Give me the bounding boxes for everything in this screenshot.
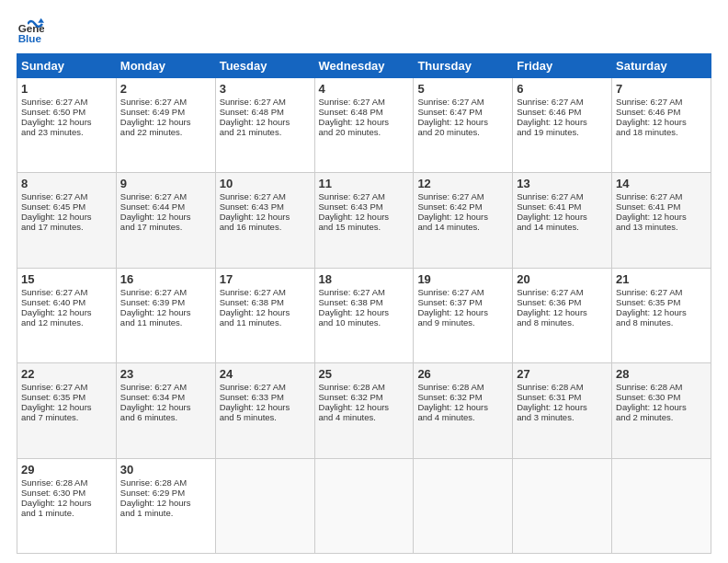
cell-text: Daylight: 12 hours — [21, 117, 112, 127]
day-number: 29 — [21, 463, 112, 477]
cell-text: Sunset: 6:47 PM — [417, 107, 508, 117]
cell-text: Sunset: 6:35 PM — [616, 297, 707, 307]
cell-text: Sunrise: 6:27 AM — [616, 97, 707, 107]
logo-wave-icon — [28, 16, 44, 32]
cell-text: Sunset: 6:46 PM — [616, 107, 707, 117]
day-number: 26 — [417, 367, 508, 381]
calendar-cell: 20Sunrise: 6:27 AMSunset: 6:36 PMDayligh… — [513, 268, 612, 362]
calendar-week-5: 29Sunrise: 6:28 AMSunset: 6:30 PMDayligh… — [17, 458, 711, 553]
cell-text: Sunset: 6:43 PM — [220, 201, 311, 212]
cell-text: and 20 minutes. — [319, 127, 410, 137]
cell-text: Sunrise: 6:27 AM — [319, 191, 410, 201]
cell-text: and 22 minutes. — [120, 127, 211, 137]
cell-text: Daylight: 12 hours — [417, 117, 508, 127]
cell-text: and 20 minutes. — [417, 127, 508, 137]
calendar-cell: 14Sunrise: 6:27 AMSunset: 6:41 PMDayligh… — [612, 173, 711, 268]
day-number: 13 — [517, 177, 608, 190]
cell-text: and 1 minute. — [21, 508, 112, 518]
cell-text: Daylight: 12 hours — [517, 402, 608, 412]
calendar-cell: 1Sunrise: 6:27 AMSunset: 6:50 PMDaylight… — [17, 78, 117, 173]
cell-text: Sunrise: 6:27 AM — [517, 97, 608, 107]
calendar-cell: 5Sunrise: 6:27 AMSunset: 6:47 PMDaylight… — [414, 78, 513, 173]
cell-text: Sunrise: 6:27 AM — [120, 382, 211, 392]
cell-text: and 2 minutes. — [616, 412, 707, 422]
cell-text: Daylight: 12 hours — [417, 402, 508, 412]
cell-text: and 16 minutes. — [220, 222, 311, 232]
day-number: 24 — [220, 367, 311, 381]
cell-text: Sunset: 6:32 PM — [417, 392, 508, 402]
calendar-week-2: 8Sunrise: 6:27 AMSunset: 6:45 PMDaylight… — [17, 173, 711, 268]
cell-text: Daylight: 12 hours — [616, 402, 707, 412]
cell-text: Sunset: 6:45 PM — [21, 201, 112, 212]
cell-text: Sunset: 6:37 PM — [417, 297, 508, 307]
cell-text: and 11 minutes. — [120, 317, 211, 327]
cell-text: and 23 minutes. — [21, 127, 112, 137]
calendar-cell — [215, 458, 314, 553]
day-number: 28 — [616, 367, 707, 381]
cell-text: Daylight: 12 hours — [21, 307, 112, 317]
cell-text: and 11 minutes. — [220, 317, 311, 327]
cell-text: Sunrise: 6:27 AM — [417, 191, 508, 201]
day-number: 11 — [319, 177, 410, 190]
calendar-week-4: 22Sunrise: 6:27 AMSunset: 6:35 PMDayligh… — [17, 363, 711, 458]
cell-text: Daylight: 12 hours — [616, 307, 707, 317]
calendar-cell: 11Sunrise: 6:27 AMSunset: 6:43 PMDayligh… — [314, 173, 414, 268]
cell-text: Daylight: 12 hours — [120, 402, 211, 412]
cell-text: Daylight: 12 hours — [220, 307, 311, 317]
cell-text: Sunset: 6:50 PM — [21, 107, 112, 117]
cell-text: and 14 minutes. — [417, 222, 508, 232]
day-number: 23 — [120, 367, 211, 381]
cell-text: and 13 minutes. — [616, 222, 707, 232]
logo: General Blue — [17, 17, 44, 44]
cell-text: Daylight: 12 hours — [120, 117, 211, 127]
cell-text: and 14 minutes. — [517, 222, 608, 232]
weekday-header-saturday: Saturday — [612, 54, 711, 78]
cell-text: Sunset: 6:41 PM — [616, 201, 707, 212]
cell-text: Daylight: 12 hours — [319, 117, 410, 127]
cell-text: Sunset: 6:38 PM — [319, 297, 410, 307]
day-number: 22 — [21, 367, 112, 381]
calendar-cell: 23Sunrise: 6:27 AMSunset: 6:34 PMDayligh… — [116, 363, 215, 458]
cell-text: Sunrise: 6:27 AM — [21, 287, 112, 297]
weekday-header-tuesday: Tuesday — [215, 54, 314, 78]
cell-text: Daylight: 12 hours — [417, 307, 508, 317]
day-number: 7 — [616, 82, 707, 96]
cell-text: Sunset: 6:48 PM — [220, 107, 311, 117]
cell-text: Sunset: 6:33 PM — [220, 392, 311, 402]
day-number: 30 — [120, 463, 211, 477]
day-number: 25 — [319, 367, 410, 381]
cell-text: Sunrise: 6:27 AM — [517, 287, 608, 297]
cell-text: Sunset: 6:46 PM — [517, 107, 608, 117]
calendar-cell: 24Sunrise: 6:27 AMSunset: 6:33 PMDayligh… — [215, 363, 314, 458]
cell-text: Sunrise: 6:27 AM — [616, 287, 707, 297]
cell-text: and 17 minutes. — [120, 222, 211, 232]
day-number: 27 — [517, 367, 608, 381]
cell-text: Sunrise: 6:27 AM — [319, 287, 410, 297]
day-number: 16 — [120, 272, 211, 286]
cell-text: Sunset: 6:41 PM — [517, 201, 608, 212]
page: General Blue SundayMondayTuesdayWednesda… — [0, 0, 728, 563]
calendar-cell: 12Sunrise: 6:27 AMSunset: 6:42 PMDayligh… — [414, 173, 513, 268]
calendar-cell: 27Sunrise: 6:28 AMSunset: 6:31 PMDayligh… — [513, 363, 612, 458]
cell-text: Daylight: 12 hours — [417, 212, 508, 222]
cell-text: and 17 minutes. — [21, 222, 112, 232]
cell-text: Sunrise: 6:27 AM — [21, 382, 112, 392]
day-number: 2 — [120, 82, 211, 96]
cell-text: Daylight: 12 hours — [120, 212, 211, 222]
cell-text: Sunrise: 6:27 AM — [21, 191, 112, 201]
cell-text: and 6 minutes. — [120, 412, 211, 422]
cell-text: Daylight: 12 hours — [220, 402, 311, 412]
cell-text: Sunset: 6:48 PM — [319, 107, 410, 117]
cell-text: and 10 minutes. — [319, 317, 410, 327]
calendar-cell: 30Sunrise: 6:28 AMSunset: 6:29 PMDayligh… — [116, 458, 215, 553]
cell-text: and 12 minutes. — [21, 317, 112, 327]
cell-text: Daylight: 12 hours — [517, 212, 608, 222]
cell-text: Sunrise: 6:28 AM — [319, 382, 410, 392]
calendar-cell: 7Sunrise: 6:27 AMSunset: 6:46 PMDaylight… — [612, 78, 711, 173]
cell-text: Daylight: 12 hours — [120, 498, 211, 508]
weekday-header-sunday: Sunday — [17, 54, 117, 78]
cell-text: Sunset: 6:43 PM — [319, 201, 410, 212]
calendar-cell — [314, 458, 414, 553]
day-number: 6 — [517, 82, 608, 96]
cell-text: Daylight: 12 hours — [220, 212, 311, 222]
